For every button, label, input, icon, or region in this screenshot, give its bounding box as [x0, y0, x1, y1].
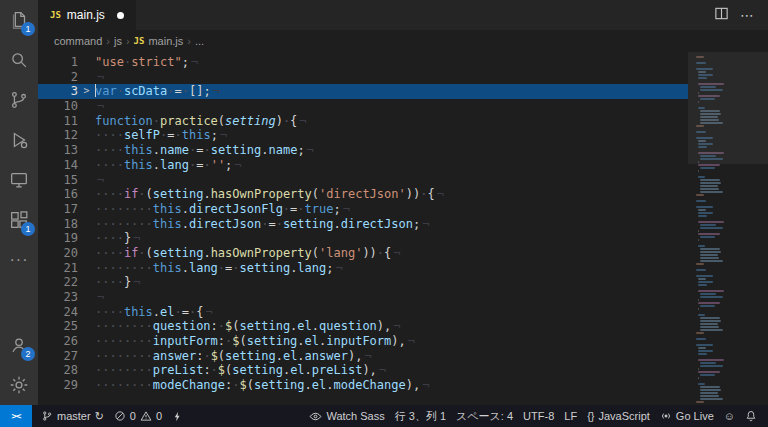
code-line[interactable]: 3>var·scData·=·[];¬ — [38, 84, 688, 99]
code-token: . — [305, 378, 312, 392]
code-token: directJson — [341, 217, 413, 231]
breadcrumb-item-main-js[interactable]: JS main.js — [134, 35, 184, 47]
line-number[interactable]: 22 — [38, 275, 78, 290]
line-number[interactable]: 29 — [38, 378, 78, 393]
more-views-button[interactable]: ··· — [0, 240, 38, 280]
go-live-item[interactable]: Go Live — [655, 405, 719, 427]
line-number[interactable]: 11 — [38, 114, 78, 129]
code-line[interactable]: 17········this.directJsonFlg·=·true;¬ — [38, 202, 688, 217]
line-number[interactable]: 16 — [38, 187, 78, 202]
line-number[interactable]: 28 — [38, 363, 78, 378]
code-text: ····if·(setting.hasOwnProperty('lang'))·… — [95, 246, 401, 261]
line-number[interactable]: 15 — [38, 173, 78, 188]
line-number[interactable]: 24 — [38, 305, 78, 320]
code-token: setting — [232, 363, 283, 377]
accounts-button[interactable]: 2 — [0, 325, 38, 365]
fold-indicator[interactable]: > — [78, 84, 95, 99]
code-line[interactable]: 12····selfP·=·this;¬ — [38, 128, 688, 143]
explorer-button[interactable]: 1 — [0, 0, 38, 40]
eol-marker: ¬ — [393, 319, 400, 333]
whitespace-dots: ···· — [95, 275, 124, 289]
problems-item[interactable]: 0 0 — [109, 405, 167, 427]
breadcrumb-item-symbol[interactable]: ... — [195, 35, 204, 47]
encoding-item[interactable]: UTF-8 — [518, 405, 559, 427]
minimap-line — [700, 374, 715, 376]
breadcrumb-item-command[interactable]: command — [54, 35, 102, 47]
code-line[interactable]: 24····this.el·=·{¬ — [38, 305, 688, 320]
code-line[interactable]: 20····if·(setting.hasOwnProperty('lang')… — [38, 246, 688, 261]
line-number[interactable]: 25 — [38, 319, 78, 334]
line-number[interactable]: 20 — [38, 246, 78, 261]
code-line[interactable]: 11function·practice(setting)·{¬ — [38, 114, 688, 129]
code-line[interactable]: 29········modeChange:·$(setting.el.modeC… — [38, 378, 688, 393]
eol-item[interactable]: LF — [559, 405, 582, 427]
code-line[interactable]: 28········preList:·$(setting.el.preList)… — [38, 363, 688, 378]
code-line[interactable]: 27········answer:·$(setting.el.answer),¬ — [38, 349, 688, 364]
cursor-position-item[interactable]: 行 3、列 1 — [390, 405, 451, 427]
line-number[interactable]: 26 — [38, 334, 78, 349]
feedback-item[interactable]: ☺ — [719, 405, 740, 427]
code-token: ( — [218, 349, 225, 363]
code-line[interactable]: 16····if·(setting.hasOwnProperty('direct… — [38, 187, 688, 202]
split-editor-button[interactable] — [710, 4, 732, 26]
fold-column — [78, 334, 95, 349]
run-debug-button[interactable] — [0, 120, 38, 160]
line-number[interactable]: 2 — [38, 70, 78, 85]
code-token: 'lang' — [319, 246, 362, 260]
branch-item[interactable]: master ↻ — [36, 405, 109, 427]
live-reload-item[interactable] — [167, 405, 188, 427]
notifications-item[interactable] — [740, 405, 762, 427]
line-number[interactable]: 10 — [38, 99, 78, 114]
settings-button[interactable] — [0, 365, 38, 405]
minimap-slider[interactable] — [688, 52, 768, 164]
line-number[interactable]: 27 — [38, 349, 78, 364]
code-line[interactable]: 26········inputForm:·$(setting.el.inputF… — [38, 334, 688, 349]
code-line[interactable]: 13····this.name·=·setting.name;¬ — [38, 143, 688, 158]
watch-sass-item[interactable]: Watch Sass — [304, 405, 389, 427]
minimap-line — [696, 401, 704, 403]
code-line[interactable]: 10¬ — [38, 99, 688, 114]
code-line[interactable]: 22····}¬ — [38, 275, 688, 290]
code-line[interactable]: 19····}¬ — [38, 231, 688, 246]
whitespace-dots: · — [218, 319, 225, 333]
line-number[interactable]: 13 — [38, 143, 78, 158]
broadcast-icon — [660, 410, 672, 422]
code-line[interactable]: 2¬ — [38, 70, 688, 85]
line-number[interactable]: 14 — [38, 158, 78, 173]
breadcrumb-item-js[interactable]: js — [114, 35, 122, 47]
tab-main-js[interactable]: JS main.js — [38, 0, 136, 30]
remote-explorer-button[interactable] — [0, 160, 38, 200]
more-actions-button[interactable]: ⋯ — [736, 4, 758, 26]
source-control-button[interactable] — [0, 80, 38, 120]
remote-indicator[interactable]: >< — [0, 405, 32, 427]
code-line[interactable]: 1"use·strict";¬ — [38, 55, 688, 70]
code-lines[interactable]: 1"use·strict";¬2¬3>var·scData·=·[];¬10¬1… — [38, 52, 688, 405]
search-button[interactable] — [0, 40, 38, 80]
line-number[interactable]: 1 — [38, 55, 78, 70]
minimap[interactable] — [688, 52, 768, 405]
whitespace-dots: · — [175, 305, 182, 319]
extensions-button[interactable]: 1 — [0, 200, 38, 240]
indentation-item[interactable]: スペース: 4 — [451, 405, 518, 427]
code-line[interactable]: 14····this.lang·=·'';¬ — [38, 158, 688, 173]
line-number[interactable]: 3 — [38, 84, 78, 99]
line-number[interactable]: 12 — [38, 128, 78, 143]
code-token: setting — [211, 143, 262, 157]
code-text: ····this.el·=·{¬ — [95, 305, 213, 320]
line-number[interactable]: 21 — [38, 261, 78, 276]
code-line[interactable]: 18········this.directJson·=·setting.dire… — [38, 217, 688, 232]
code-line[interactable]: 21········this.lang·=·setting.lang;¬ — [38, 261, 688, 276]
code-line[interactable]: 25········question:·$(setting.el.questio… — [38, 319, 688, 334]
code-line[interactable]: 15¬ — [38, 173, 688, 188]
line-number[interactable]: 17 — [38, 202, 78, 217]
line-number[interactable]: 23 — [38, 290, 78, 305]
code-token: ), — [377, 319, 391, 333]
language-mode-item[interactable]: {} JavaScript — [582, 405, 655, 427]
line-number[interactable]: 18 — [38, 217, 78, 232]
code-text: ····this.lang·=·'';¬ — [95, 158, 242, 173]
modified-indicator[interactable] — [117, 12, 124, 19]
code-line[interactable]: 23¬ — [38, 290, 688, 305]
code-token: setting — [247, 334, 298, 348]
tab-bar-actions: ⋯ — [710, 0, 768, 30]
line-number[interactable]: 19 — [38, 231, 78, 246]
